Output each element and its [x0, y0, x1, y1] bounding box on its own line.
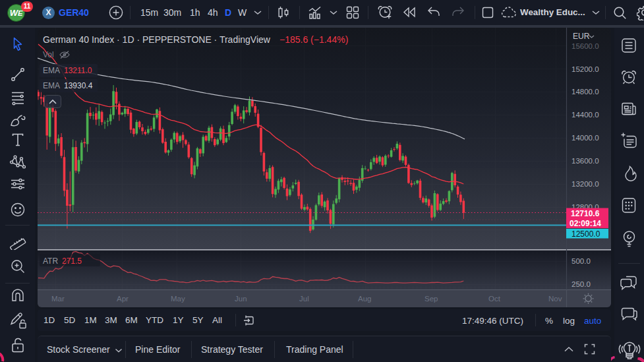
svg-text:EMA: EMA: [43, 81, 60, 90]
svg-text:12500.0: 12500.0: [571, 229, 600, 239]
svg-text:Jul: Jul: [299, 295, 309, 303]
svg-text:Oct: Oct: [488, 295, 501, 303]
svg-text:14800.0: 14800.0: [571, 88, 599, 96]
svg-text:12710.6: 12710.6: [571, 209, 600, 218]
svg-text:Aug: Aug: [358, 295, 371, 303]
svg-text:Jun: Jun: [235, 295, 247, 303]
svg-text:Mar: Mar: [51, 295, 65, 303]
svg-text:Sep: Sep: [424, 295, 438, 303]
svg-text:15200.0: 15200.0: [571, 65, 599, 73]
svg-text:Vol: Vol: [43, 50, 54, 59]
svg-text:13200.0: 13200.0: [571, 180, 599, 188]
svg-text:German 40 Index · 1D · PEPPERS: German 40 Index · 1D · PEPPERSTONE · Tra…: [43, 34, 271, 45]
svg-text:Apr: Apr: [117, 295, 129, 303]
svg-text:15600.0: 15600.0: [571, 42, 599, 50]
svg-text:May: May: [171, 295, 185, 303]
svg-text:Nov: Nov: [548, 295, 562, 303]
svg-text:271.5: 271.5: [62, 256, 82, 266]
svg-text:EUR: EUR: [573, 32, 590, 41]
svg-text:ATR: ATR: [43, 256, 58, 266]
svg-text:−185.6 (−1.44%): −185.6 (−1.44%): [279, 34, 348, 45]
svg-text:250.0: 250.0: [571, 280, 591, 288]
svg-text:13211.0: 13211.0: [64, 66, 92, 75]
svg-text:02:09:14: 02:09:14: [570, 219, 601, 228]
svg-text:13930.4: 13930.4: [64, 81, 93, 90]
svg-text:500.0: 500.0: [571, 257, 591, 265]
svg-text:EMA: EMA: [43, 66, 60, 75]
svg-text:13600.0: 13600.0: [571, 157, 599, 165]
svg-text:14400.0: 14400.0: [571, 111, 599, 119]
svg-text:14000.0: 14000.0: [571, 134, 599, 142]
